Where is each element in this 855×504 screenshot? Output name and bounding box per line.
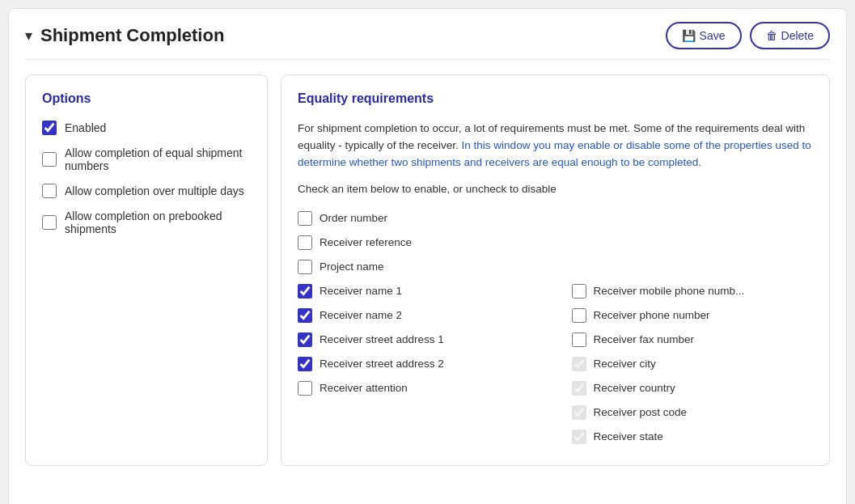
delete-button[interactable]: 🗑 Delete — [750, 22, 830, 49]
eq-item-receiver_phone: Receiver phone number — [556, 303, 814, 328]
eq-label-receiver_country: Receiver country — [594, 382, 675, 394]
instruction-text: Check an item below to enable, or unchec… — [298, 183, 813, 195]
eq-label-receiver_street1[interactable]: Receiver street address 1 — [320, 333, 444, 345]
eq-label-receiver_street2[interactable]: Receiver street address 2 — [320, 358, 444, 370]
label-equal_shipment[interactable]: Allow completion of equal shipment numbe… — [65, 146, 251, 172]
eq-checkbox-receiver_country — [572, 381, 586, 396]
eq-checkbox-receiver_reference[interactable] — [298, 235, 312, 250]
checkbox-enabled[interactable] — [42, 121, 57, 135]
label-multiple_days[interactable]: Allow completion over multiple days — [65, 184, 244, 197]
equality-description: For shipment completion to occur, a lot … — [298, 121, 813, 172]
eq-checkbox-receiver_fax[interactable] — [572, 332, 586, 347]
equality-panel: Equality requirements For shipment compl… — [281, 74, 830, 466]
save-label: Save — [700, 29, 726, 42]
equality-right-column: Receiver mobile phone numb...Receiver ph… — [556, 206, 814, 449]
eq-checkbox-receiver_postcode — [572, 405, 586, 420]
eq-label-receiver_fax[interactable]: Receiver fax number — [594, 333, 695, 345]
options-checkboxes: EnabledAllow completion of equal shipmen… — [42, 121, 251, 235]
header-left: ▾ Shipment Completion — [25, 25, 224, 46]
eq-item-receiver_state: Receiver state — [556, 425, 814, 449]
label-enabled[interactable]: Enabled — [65, 121, 106, 134]
eq-checkbox-receiver_mobile[interactable] — [572, 284, 586, 299]
page-title: Shipment Completion — [40, 25, 224, 46]
eq-checkbox-receiver_street2[interactable] — [298, 357, 312, 371]
eq-label-receiver_name2[interactable]: Receiver name 2 — [320, 309, 402, 321]
options-item-multiple_days: Allow completion over multiple days — [42, 184, 251, 198]
eq-item-receiver_fax: Receiver fax number — [556, 328, 814, 352]
save-icon: 💾 — [682, 29, 696, 42]
content-area: Options EnabledAllow completion of equal… — [25, 74, 830, 466]
equality-left-column: Order numberReceiver referenceProject na… — [298, 206, 556, 449]
eq-item-receiver_name1: Receiver name 1 — [298, 279, 556, 303]
options-item-enabled: Enabled — [42, 121, 251, 135]
header: ▾ Shipment Completion 💾 Save 🗑 Delete — [25, 22, 830, 60]
equality-title: Equality requirements — [298, 91, 813, 106]
eq-item-receiver_city: Receiver city — [556, 352, 814, 376]
eq-item-receiver_mobile: Receiver mobile phone numb... — [556, 279, 814, 303]
delete-icon: 🗑 — [766, 29, 777, 42]
eq-checkbox-project_name[interactable] — [298, 260, 312, 274]
eq-checkbox-receiver_attention[interactable] — [298, 381, 312, 396]
eq-item-receiver_attention: Receiver attention — [298, 376, 556, 400]
equality-grid: Order numberReceiver referenceProject na… — [298, 206, 813, 449]
eq-checkbox-receiver_city — [572, 357, 586, 371]
eq-item-receiver_postcode: Receiver post code — [556, 400, 814, 425]
eq-label-receiver_attention[interactable]: Receiver attention — [320, 382, 408, 394]
eq-checkbox-receiver_state — [572, 430, 586, 444]
options-panel: Options EnabledAllow completion of equal… — [25, 74, 268, 466]
eq-label-receiver_phone[interactable]: Receiver phone number — [594, 309, 710, 321]
eq-label-order_number[interactable]: Order number — [320, 212, 387, 224]
eq-label-receiver_city: Receiver city — [594, 358, 656, 370]
eq-checkbox-receiver_street1[interactable] — [298, 332, 312, 347]
label-prebooked[interactable]: Allow completion on prebooked shipments — [65, 210, 251, 235]
options-title: Options — [42, 91, 251, 106]
eq-label-receiver_postcode: Receiver post code — [594, 406, 688, 418]
eq-label-receiver_state: Receiver state — [594, 430, 663, 443]
delete-label: Delete — [781, 29, 814, 42]
eq-item-receiver_name2: Receiver name 2 — [298, 303, 556, 328]
eq-item-receiver_country: Receiver country — [556, 376, 814, 400]
eq-item-receiver_street1: Receiver street address 1 — [298, 328, 556, 352]
eq-label-project_name[interactable]: Project name — [320, 260, 384, 273]
page-container: ▾ Shipment Completion 💾 Save 🗑 Delete Op… — [8, 8, 847, 504]
options-item-prebooked: Allow completion on prebooked shipments — [42, 210, 251, 235]
checkbox-equal_shipment[interactable] — [42, 152, 57, 167]
eq-checkbox-order_number[interactable] — [298, 211, 312, 226]
options-item-equal_shipment: Allow completion of equal shipment numbe… — [42, 146, 251, 172]
checkbox-prebooked[interactable] — [42, 215, 57, 230]
eq-label-receiver_mobile[interactable]: Receiver mobile phone numb... — [594, 285, 745, 297]
save-button[interactable]: 💾 Save — [666, 22, 742, 49]
checkbox-multiple_days[interactable] — [42, 184, 57, 198]
eq-checkbox-receiver_phone[interactable] — [572, 308, 586, 323]
eq-checkbox-receiver_name1[interactable] — [298, 284, 312, 299]
eq-item-order_number: Order number — [298, 206, 556, 231]
eq-checkbox-receiver_name2[interactable] — [298, 308, 312, 323]
eq-label-receiver_reference[interactable]: Receiver reference — [320, 236, 412, 248]
eq-item-project_name: Project name — [298, 255, 556, 279]
header-buttons: 💾 Save 🗑 Delete — [666, 22, 830, 49]
eq-item-receiver_reference: Receiver reference — [298, 231, 556, 255]
eq-item-receiver_street2: Receiver street address 2 — [298, 352, 556, 376]
chevron-icon[interactable]: ▾ — [25, 27, 32, 44]
eq-label-receiver_name1[interactable]: Receiver name 1 — [320, 285, 402, 297]
